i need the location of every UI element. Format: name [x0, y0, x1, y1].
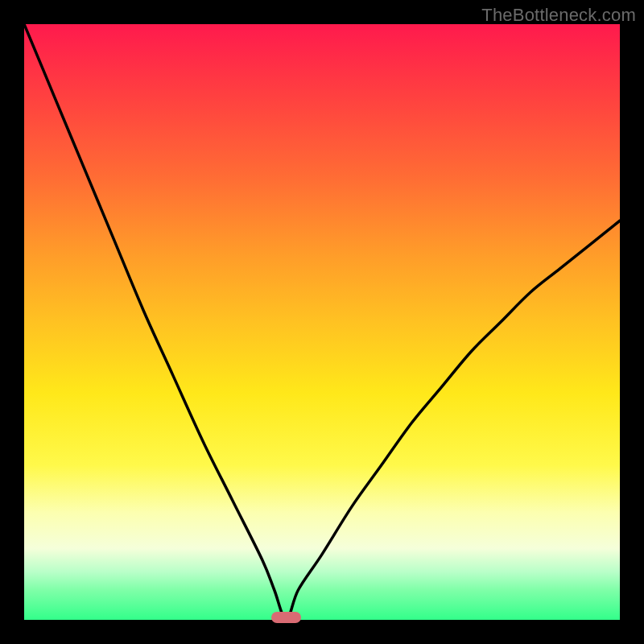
- watermark-text: TheBottleneck.com: [481, 5, 636, 26]
- bottleneck-curve: [24, 24, 620, 620]
- plot-area: [24, 24, 620, 620]
- chart-frame: TheBottleneck.com: [0, 0, 644, 644]
- optimal-marker: [271, 612, 301, 623]
